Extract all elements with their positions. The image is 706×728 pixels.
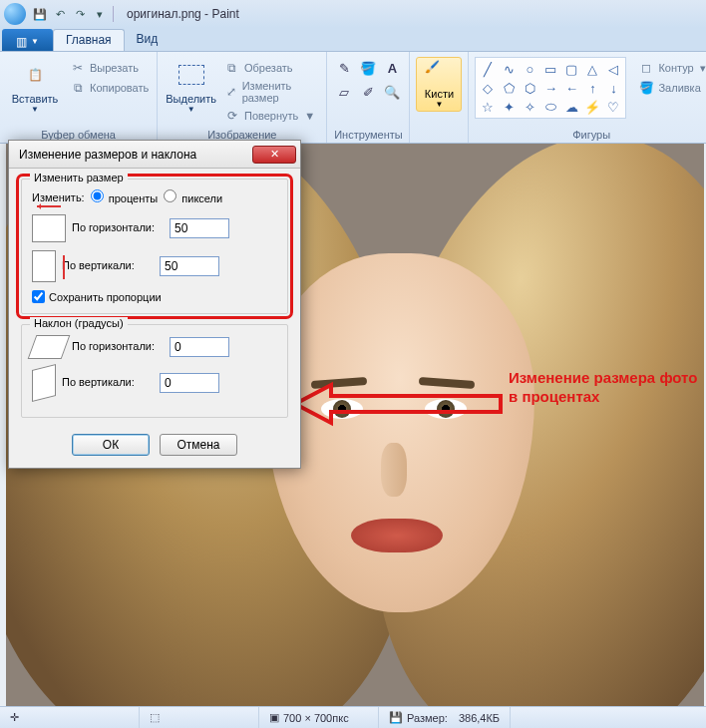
group-clipboard: 📋 Вставить ▼ ✂Вырезать ⧉Копировать Буфер…	[0, 52, 158, 143]
horizontal-input[interactable]	[170, 218, 229, 238]
resize-legend: Изменить размер	[30, 172, 128, 183]
change-by-label: Изменить:	[32, 191, 85, 203]
window-title: оригинал.png - Paint	[127, 7, 239, 21]
select-button[interactable]: Выделить ▼	[164, 57, 218, 116]
annotation-arrow-icon	[295, 379, 505, 429]
undo-icon[interactable]: ↶	[51, 5, 69, 23]
resize-skew-dialog: Изменение размеров и наклона ✕ Изменить …	[8, 140, 301, 469]
crop-button[interactable]: ⧉Обрезать	[222, 59, 320, 77]
horizontal-resize-icon	[32, 214, 66, 242]
separator	[113, 6, 114, 22]
text-tool[interactable]: A	[381, 57, 403, 79]
magnifier-tool[interactable]: 🔍	[381, 81, 403, 103]
skew-horizontal-icon	[28, 335, 71, 359]
tab-view[interactable]: Вид	[125, 29, 171, 51]
svg-marker-0	[295, 385, 501, 423]
skew-horizontal-label: По горизонтали:	[72, 340, 164, 353]
window-titlebar: 💾 ↶ ↷ ▾ оригинал.png - Paint	[0, 0, 706, 28]
skew-vertical-input[interactable]	[160, 373, 219, 393]
status-bar: ✛ ⬚ ▣700 × 700пкс 💾Размер: 386,4КБ	[0, 706, 706, 728]
skew-vertical-icon	[32, 364, 56, 402]
brushes-button[interactable]: 🖌️ Кисти ▼	[416, 57, 462, 112]
file-menu-tab[interactable]: ▥▼	[2, 29, 53, 51]
skew-fieldset: Наклон (градусы) По горизонтали: По верт…	[21, 324, 288, 418]
status-selection: ⬚	[140, 707, 259, 728]
dimensions-icon: ▣	[269, 711, 279, 724]
keep-aspect-checkbox[interactable]: Сохранить пропорции	[32, 290, 277, 303]
eraser-tool[interactable]: ▱	[333, 81, 355, 103]
skew-horizontal-input[interactable]	[170, 337, 229, 357]
save-icon[interactable]: 💾	[31, 5, 49, 23]
vertical-resize-icon	[32, 250, 56, 282]
shapes-gallery[interactable]: ╱∿○▭▢△◁ ◇⬠⬡→←↑↓ ☆✦✧⬭☁⚡♡	[475, 57, 626, 119]
horizontal-label: По горизонтали:	[72, 221, 164, 234]
skew-legend: Наклон (градусы)	[30, 317, 128, 329]
ok-button[interactable]: ОК	[72, 434, 150, 456]
shape-outline-button[interactable]: ◻Контур▾	[636, 59, 706, 77]
status-cursor-pos: ✛	[0, 707, 140, 728]
copy-button[interactable]: ⧉Копировать	[68, 79, 151, 97]
vertical-input[interactable]	[160, 256, 219, 276]
skew-vertical-label: По вертикали:	[62, 376, 154, 389]
tab-home[interactable]: Главная	[53, 29, 125, 51]
rotate-button[interactable]: ⟳Повернуть▼	[222, 107, 320, 125]
vertical-label: По вертикали:	[62, 259, 154, 272]
paint-orb-icon[interactable]	[4, 3, 26, 25]
shape-fill-button[interactable]: 🪣Заливка	[636, 79, 706, 97]
select-icon	[176, 59, 207, 91]
paste-button[interactable]: 📋 Вставить ▼	[6, 57, 64, 116]
cancel-button[interactable]: Отмена	[160, 434, 237, 456]
cut-icon: ✂	[70, 60, 86, 76]
pencil-tool[interactable]: ✎	[333, 57, 355, 79]
paste-icon: 📋	[19, 59, 51, 91]
outline-icon: ◻	[638, 60, 654, 76]
fill-tool[interactable]: 🪣	[357, 57, 379, 79]
dialog-close-button[interactable]: ✕	[252, 146, 296, 164]
dialog-titlebar: Изменение размеров и наклона ✕	[9, 141, 300, 169]
crosshair-icon: ✛	[10, 711, 19, 724]
picker-tool[interactable]: ✐	[357, 81, 379, 103]
crop-icon: ⧉	[224, 60, 240, 76]
group-label: Фигуры	[475, 127, 706, 143]
rotate-icon: ⟳	[224, 108, 240, 124]
radio-pixels[interactable]: пиксели	[164, 189, 222, 204]
brush-icon: 🖌️	[425, 60, 453, 88]
group-tools: ✎ 🪣 A ▱ ✐ 🔍 Инструменты	[327, 52, 410, 143]
copy-icon: ⧉	[70, 80, 86, 96]
radio-percent[interactable]: проценты	[91, 189, 159, 204]
resize-icon: ⤢	[224, 84, 238, 100]
status-dimensions: ▣700 × 700пкс	[259, 707, 379, 728]
dialog-title: Изменение размеров и наклона	[19, 148, 196, 162]
resize-fieldset: Изменить размер Изменить: проценты пиксе…	[21, 179, 288, 314]
status-filesize: 💾Размер: 386,4КБ	[379, 707, 511, 728]
cut-button[interactable]: ✂Вырезать	[68, 59, 151, 77]
group-label	[416, 127, 462, 143]
redo-icon[interactable]: ↷	[71, 5, 89, 23]
group-brushes: 🖌️ Кисти ▼	[410, 52, 469, 143]
selection-icon: ⬚	[150, 711, 160, 724]
group-shapes: ╱∿○▭▢△◁ ◇⬠⬡→←↑↓ ☆✦✧⬭☁⚡♡ ◻Контур▾ 🪣Заливк…	[469, 52, 706, 143]
group-label: Инструменты	[333, 127, 403, 143]
ribbon-tab-row: ▥▼ Главная Вид	[0, 28, 706, 52]
ribbon: 📋 Вставить ▼ ✂Вырезать ⧉Копировать Буфер…	[0, 52, 706, 144]
resize-button[interactable]: ⤢Изменить размер	[222, 79, 320, 105]
qat-dropdown-icon[interactable]: ▾	[91, 5, 109, 23]
annotation-text: Изменение размера фото в процентах	[509, 369, 706, 407]
disk-icon: 💾	[389, 711, 403, 724]
fill-icon: 🪣	[638, 80, 654, 96]
group-image: Выделить ▼ ⧉Обрезать ⤢Изменить размер ⟳П…	[158, 52, 327, 143]
